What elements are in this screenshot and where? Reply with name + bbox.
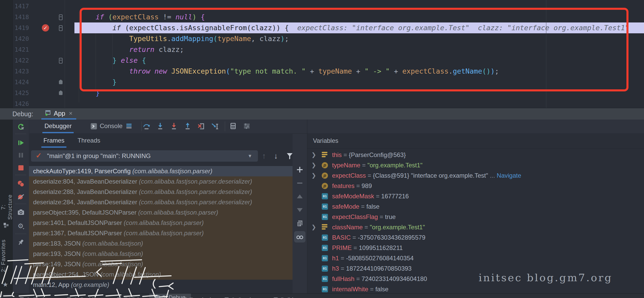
- value-icon: [322, 152, 328, 158]
- stop-icon[interactable]: [17, 164, 25, 172]
- pin-icon[interactable]: [17, 238, 25, 246]
- variable-row[interactable]: 01internalWhite = false: [307, 284, 644, 294]
- down-arrow-icon[interactable]: ↓: [274, 150, 278, 162]
- code-line-1417[interactable]: 1417: [12, 1, 644, 12]
- tab-debug-app[interactable]: App ×: [41, 108, 76, 119]
- variable-row[interactable]: 01PRIME = 1099511628211: [307, 243, 644, 253]
- drop-frame-icon[interactable]: [197, 122, 205, 130]
- add-watch-icon[interactable]: [296, 166, 304, 174]
- code-editor[interactable]: 14171418 if (expectClass != null) {1419✓…: [12, 0, 644, 108]
- layout-settings-icon[interactable]: [243, 122, 251, 130]
- stack-frame-row[interactable]: parseObject:254, JSON (com.alibaba.fastj…: [29, 269, 293, 280]
- frames-pane: Frames Threads ✓ "main"@1 in group "main…: [29, 133, 293, 293]
- variable-row[interactable]: 01safeModeMask = 16777216: [307, 191, 644, 201]
- variable-row[interactable]: ❯className = "org.example.Test1": [307, 222, 644, 232]
- step-out-icon[interactable]: [184, 122, 191, 130]
- variable-row[interactable]: ❯this = {ParserConfig@563}: [307, 150, 644, 160]
- code-line-1422[interactable]: 1422 } else {: [12, 55, 644, 66]
- settings-gear-icon[interactable]: ⚙: [17, 222, 25, 230]
- variable-row[interactable]: 01BASIC = -3750763034362895579: [307, 232, 644, 243]
- stack-frame-row[interactable]: main:12, App (org.example): [29, 280, 293, 290]
- variable-name: expectClass: [332, 172, 366, 179]
- sidebar-item-structure[interactable]: 7: Structure: [0, 192, 12, 223]
- debug-action-column: ⚙: [12, 119, 29, 293]
- variable-row[interactable]: ❯ptypeName = "org.example.Test1": [307, 160, 644, 170]
- stack-frame-row[interactable]: deserialze:288, JavaBeanDeserializer (co…: [29, 187, 293, 197]
- stack-frame-row[interactable]: parseObject:395, DefaultJSONParser (com.…: [29, 207, 293, 218]
- stack-frame-row[interactable]: parse:1401, DefaultJSONParser (com.aliba…: [29, 218, 293, 228]
- show-watches-glasses-icon[interactable]: [294, 231, 305, 242]
- thread-selector[interactable]: ✓ "main"@1 in group "main": RUNNING ▼: [31, 150, 258, 162]
- statusbar-item-problems[interactable]: 2: Problems: [67, 295, 104, 298]
- stack-frame-row[interactable]: deserialze:804, JavaBeanDeserializer (co…: [29, 176, 293, 187]
- variable-value: safeMode = false: [332, 201, 379, 212]
- remove-watch-icon[interactable]: [296, 179, 304, 187]
- up-arrow-icon[interactable]: ↑: [262, 150, 266, 162]
- force-step-into-icon[interactable]: [170, 122, 178, 130]
- code-line-1418[interactable]: 1418 if (expectClass != null) {: [12, 12, 644, 22]
- tab-console[interactable]: Console: [90, 119, 122, 132]
- chevron-right-icon[interactable]: ❯: [311, 160, 318, 170]
- variable-row[interactable]: 01safeMode = false: [307, 201, 644, 212]
- show-execution-point-icon[interactable]: [125, 122, 133, 130]
- navigate-link[interactable]: Navigate: [497, 172, 521, 179]
- code-text: if (expectClass.isAssignableFrom(clazz))…: [62, 22, 629, 33]
- variable-row[interactable]: 01h1 = -5808550276084140354: [307, 253, 644, 263]
- step-into-icon[interactable]: [156, 122, 164, 130]
- close-icon[interactable]: ×: [69, 110, 72, 117]
- code-line-1423[interactable]: 1423 throw new JSONException("type not m…: [12, 66, 644, 77]
- chevron-right-icon[interactable]: ❯: [311, 222, 318, 232]
- move-down-icon[interactable]: [296, 206, 304, 214]
- code-text: }: [62, 77, 117, 88]
- run-to-cursor-icon[interactable]: [211, 122, 219, 130]
- variable-value: features = 989: [332, 181, 372, 191]
- stack-frame-row[interactable]: parse:193, JSON (com.alibaba.fastjson): [29, 249, 293, 259]
- debug-window-label: Debug:: [12, 108, 33, 120]
- evaluate-expression-icon[interactable]: [229, 122, 237, 130]
- pause-icon[interactable]: [17, 151, 25, 159]
- stack-frame-row[interactable]: parse:183, JSON (com.alibaba.fastjson): [29, 238, 293, 249]
- chevron-right-icon[interactable]: ❯: [311, 150, 318, 160]
- view-breakpoints-icon[interactable]: [17, 180, 25, 188]
- variable-row[interactable]: ❯pexpectClass = {Class@591} "interface o…: [307, 170, 644, 181]
- primitive-value-icon: 01: [322, 234, 328, 241]
- code-line-1421[interactable]: 1421 return clazz;: [12, 44, 644, 55]
- debugger-tab-row: Debugger Console: [29, 119, 644, 134]
- statusbar-item-services[interactable]: 8: Services: [224, 295, 260, 298]
- code-line-1425[interactable]: 1425 }: [12, 88, 644, 98]
- step-over-icon[interactable]: [143, 122, 150, 130]
- code-line-1420[interactable]: 1420 TypeUtils.addMapping(typeName, claz…: [12, 33, 644, 44]
- structure-icon[interactable]: [3, 223, 9, 228]
- variable-row[interactable]: pfeatures = 989: [307, 181, 644, 191]
- tab-frames[interactable]: Frames: [43, 134, 64, 147]
- statusbar-item-terminal[interactable]: Terminal: [182, 295, 211, 298]
- code-line-1424[interactable]: 1424 }: [12, 77, 644, 88]
- stack-frame-row[interactable]: deserialze:284, JavaBeanDeserializer (co…: [29, 197, 293, 207]
- mute-breakpoints-icon[interactable]: [17, 193, 25, 201]
- thread-dump-icon[interactable]: [17, 208, 25, 216]
- breakpoint-icon[interactable]: ✓: [42, 24, 49, 32]
- variable-name: h1: [332, 255, 339, 262]
- stack-frame-row[interactable]: checkAutoType:1419, ParserConfig (com.al…: [29, 166, 293, 176]
- stack-frame-row[interactable]: parse:1367, DefaultJSONParser (com.aliba…: [29, 228, 293, 238]
- statusbar-item-build[interactable]: Build: [273, 295, 293, 298]
- variable-row[interactable]: 01expectClassFlag = true: [307, 212, 644, 222]
- sidebar-item-favorites[interactable]: 2: Favorites: [0, 232, 12, 280]
- statusbar-item-find[interactable]: 3: Find: [19, 295, 44, 298]
- duplicate-icon[interactable]: [296, 219, 304, 227]
- app-window-icon: [45, 110, 51, 117]
- code-line-1426[interactable]: 1426: [12, 98, 644, 108]
- thread-selector-value: "main"@1 in group "main": RUNNING: [47, 150, 151, 162]
- tab-threads[interactable]: Threads: [78, 134, 100, 147]
- star-icon[interactable]: ★: [3, 281, 8, 288]
- chevron-right-icon[interactable]: ❯: [311, 170, 318, 181]
- variable-name: features: [332, 182, 355, 189]
- code-text: }: [62, 88, 100, 98]
- code-line-1419[interactable]: 1419✓ if (expectClass.isAssignableFrom(c…: [12, 22, 644, 33]
- stack-frame-row[interactable]: parse:149, JSON (com.alibaba.fastjson): [29, 259, 293, 269]
- resume-icon[interactable]: [17, 139, 25, 147]
- tab-debugger[interactable]: Debugger: [44, 119, 72, 132]
- rerun-icon[interactable]: [17, 123, 25, 131]
- statusbar-item-todo[interactable]: TODO: [117, 295, 140, 298]
- move-up-icon[interactable]: [296, 193, 304, 200]
